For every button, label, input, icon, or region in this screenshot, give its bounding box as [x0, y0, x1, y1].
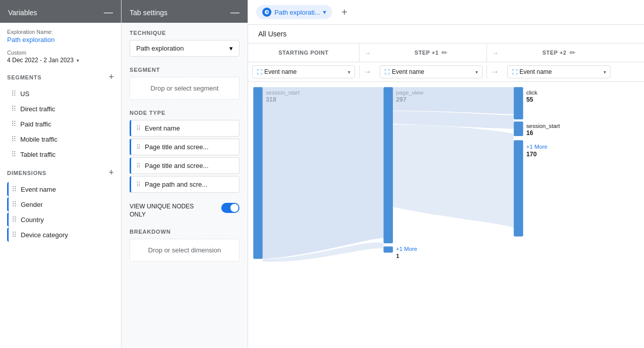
view-unique-toggle[interactable] [221, 203, 239, 213]
date-section: Custom 4 Dec 2022 - 2 Jan 2023 ▾ [7, 50, 114, 64]
breakdown-label: BREAKDOWN [130, 229, 239, 235]
segments-title: SEGMENTS [7, 74, 42, 80]
exploration-label: Exploration Name: [7, 29, 114, 35]
list-item[interactable]: ⠿ Mobile traffic [7, 132, 114, 146]
toggle-row: VIEW UNIQUE NODES ONLY [130, 203, 239, 219]
col2-selector-container: ⛶ Event name ▾ [376, 65, 487, 78]
segment-label: Mobile traffic [20, 136, 57, 143]
date-label: Custom [7, 50, 114, 56]
step2-edit-icon[interactable]: ✏ [570, 49, 576, 57]
tab-settings-title: Tab settings [130, 9, 168, 17]
add-dimension-icon[interactable]: + [108, 167, 114, 178]
segment-drop-zone[interactable]: Drop or select segment [130, 77, 239, 100]
drag-icon: ⠿ [11, 135, 16, 143]
list-item[interactable]: ⠿ US [7, 86, 114, 101]
starting-point-header: STARTING POINT [248, 44, 359, 62]
step1-edit-icon[interactable]: ✏ [441, 49, 448, 57]
add-tab-button[interactable]: + [336, 4, 352, 20]
tab-settings-minimize-icon[interactable]: — [230, 7, 239, 18]
list-item[interactable]: ⠿ Country [7, 212, 114, 227]
col2-more-count: 1 [396, 253, 399, 259]
list-item[interactable]: ⠿ Gender [7, 197, 114, 211]
technique-arrow-icon: ▾ [229, 45, 233, 52]
sankey-svg: session_start 318 page_view 297 +1 More … [248, 82, 644, 348]
breakdown-drop-zone[interactable]: Drop or select dimension [130, 239, 239, 262]
selector2-text: Event name [392, 68, 473, 75]
arrow-spacer-2: → [487, 44, 503, 62]
node-drag-icon: ⠿ [136, 181, 141, 188]
date-value-row[interactable]: 4 Dec 2022 - 2 Jan 2023 ▾ [7, 57, 114, 64]
col3-more-count: 170 [526, 151, 537, 158]
node-type-item[interactable]: ⠿ Page path and scre... [130, 176, 239, 193]
drag-icon: ⠿ [11, 105, 16, 113]
viz-wrapper: STARTING POINT → STEP +1 ✏ → STEP +2 ✏ [248, 44, 644, 348]
arrow-between-2-3: → [487, 65, 503, 78]
flow-1-pageview [263, 87, 384, 259]
exploration-name: Path exploration [7, 36, 114, 44]
technique-value: Path exploration [136, 45, 184, 52]
list-item[interactable]: ⠿ Event name [7, 182, 114, 196]
bar-page-view[interactable] [384, 87, 393, 243]
date-value: 4 Dec 2022 - 2 Jan 2023 [7, 57, 73, 64]
col3-node-selector[interactable]: ⛶ Event name ▾ [507, 65, 611, 78]
node-type-item[interactable]: ⠿ Page title and scree... [130, 139, 239, 155]
col3-sessionstart-count: 16 [526, 129, 533, 137]
step2-label: STEP +2 [542, 50, 567, 56]
list-item[interactable]: ⠿ Paid traffic [7, 117, 114, 131]
segment-label: Paid traffic [20, 120, 51, 128]
drag-icon: ⠿ [12, 215, 17, 224]
col1-node-selector[interactable]: ⛶ Event name ▾ [252, 65, 355, 78]
node-type-item[interactable]: ⠿ Page title and scree... [130, 157, 239, 174]
click-count: 55 [526, 96, 533, 103]
bar-col3-more[interactable] [514, 140, 524, 236]
tab-settings-panel: Tab settings — TECHNIQUE Path exploratio… [122, 0, 248, 348]
variables-panel: Variables — Exploration Name: Path explo… [0, 0, 122, 348]
main-panel: Path explorati... ▾ + All Users STARTING… [248, 0, 644, 348]
bar-col3-sessionstart[interactable] [514, 121, 524, 136]
tab-arrow-icon: ▾ [323, 9, 326, 16]
dimensions-section: DIMENSIONS + ⠿ Event name ⠿ Gender ⠿ Cou… [7, 167, 114, 242]
variables-content: Exploration Name: Path exploration Custo… [0, 23, 121, 348]
bar-col2-more[interactable] [384, 246, 393, 252]
selector1-icon: ⛶ [257, 69, 262, 75]
selector1-text: Event name [264, 68, 346, 75]
drag-icon: ⠿ [12, 231, 17, 239]
col2-more-label[interactable]: +1 More [396, 246, 417, 252]
variables-minimize-icon[interactable]: — [104, 7, 113, 18]
bar-session-start[interactable] [253, 87, 263, 259]
drag-icon: ⠿ [11, 90, 16, 98]
technique-dropdown[interactable]: Path exploration ▾ [130, 40, 239, 57]
segments-list: ⠿ US ⠿ Direct traffic ⠿ Paid traffic ⠿ M… [7, 86, 114, 161]
path-exploration-tab[interactable]: Path explorati... ▾ [256, 5, 332, 19]
steps-header-row: STARTING POINT → STEP +1 ✏ → STEP +2 ✏ [248, 44, 644, 62]
flow-2-click [393, 87, 514, 114]
segment-label: Tablet traffic [20, 151, 56, 158]
node-type-text: Page path and scre... [145, 181, 208, 188]
tab-settings-content: TECHNIQUE Path exploration ▾ SEGMENT Dro… [122, 23, 248, 348]
arrow-between-1-2: → [359, 65, 376, 78]
col3-more-label[interactable]: +1 More [526, 144, 547, 150]
col2-node-selector[interactable]: ⛶ Event name ▾ [380, 65, 482, 78]
list-item[interactable]: ⠿ Device category [7, 228, 114, 242]
node-type-item[interactable]: ⠿ Event name [130, 120, 239, 137]
segment-placeholder: Drop or select segment [150, 84, 218, 92]
add-segment-icon[interactable]: + [108, 72, 114, 82]
dimensions-header: DIMENSIONS + [7, 167, 114, 178]
main-header: Path explorati... ▾ + [248, 0, 644, 25]
all-users-bar: All Users [248, 25, 644, 44]
list-item[interactable]: ⠿ Direct traffic [7, 102, 114, 116]
drag-icon: ⠿ [11, 120, 16, 128]
breakdown-placeholder: Drop or select dimension [148, 246, 221, 254]
selector2-icon: ⛶ [384, 69, 390, 75]
drag-icon: ⠿ [12, 200, 17, 208]
list-item[interactable]: ⠿ Tablet traffic [7, 147, 114, 161]
selector3-arrow: ▾ [603, 69, 606, 75]
bar-click[interactable] [514, 87, 524, 119]
technique-section: TECHNIQUE Path exploration ▾ [130, 30, 239, 57]
variables-header: Variables — [0, 0, 121, 23]
node-type-text: Page title and scree... [145, 143, 209, 151]
node-type-text: Page title and scree... [145, 162, 209, 169]
step1-header: STEP +1 ✏ [376, 44, 487, 62]
node-drag-icon: ⠿ [136, 162, 141, 169]
selector2-arrow: ▾ [475, 69, 478, 75]
